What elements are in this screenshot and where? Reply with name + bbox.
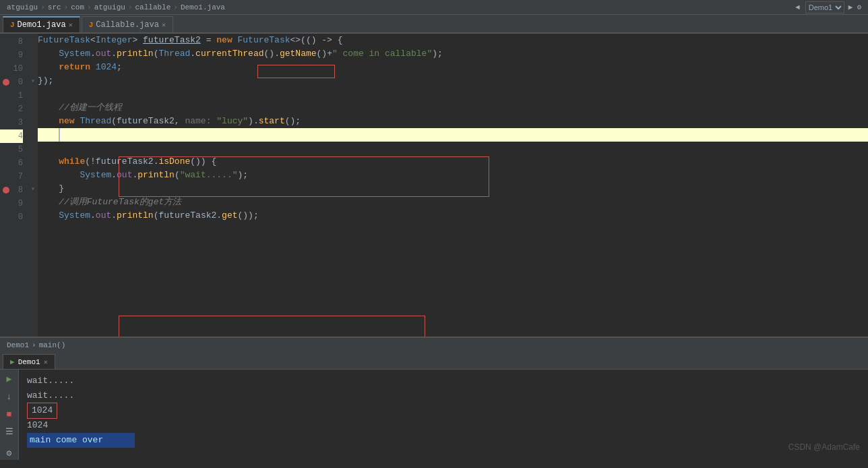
code-token: println — [117, 209, 154, 223]
close-tab-icon[interactable]: ✕ — [162, 21, 166, 29]
line-num: 9 — [0, 49, 23, 62]
code-token — [38, 101, 59, 115]
code-token: (futureTask2. — [154, 209, 222, 223]
code-token: new — [59, 115, 74, 128]
code-token: 1024 — [96, 61, 117, 74]
sep: › — [40, 3, 45, 11]
code-token: System — [59, 209, 90, 223]
stop-icon[interactable]: ■ — [3, 407, 16, 421]
code-token — [38, 115, 59, 128]
code-line: //创建一个线程 — [38, 101, 868, 115]
code-token: . — [132, 169, 137, 182]
console-output: wait..... wait..... 1024 1024 main come … — [19, 370, 868, 460]
toolbar-icon[interactable]: ▶ — [848, 3, 853, 11]
code-token: Integer — [96, 34, 133, 47]
code-token: out — [96, 47, 111, 61]
fold-handle — [28, 61, 38, 74]
code-token: . — [111, 47, 117, 61]
code-line: FutureTask<Integer> futureTask2 = new Fu… — [38, 34, 868, 47]
line-numbers: 8 9 10 0 1 2 3 4 5 6 7 8 9 0 — [0, 34, 28, 337]
branch-selector[interactable]: Demo1 — [805, 1, 844, 13]
code-token — [232, 34, 238, 47]
line-num-breakpoint: 8 — [0, 183, 23, 197]
code-line: } — [38, 182, 868, 196]
line-num: 2 — [0, 103, 23, 116]
fold-handle — [28, 142, 38, 155]
code-token: } — [38, 182, 64, 196]
code-token — [75, 115, 80, 128]
code-token: currentThread — [195, 47, 264, 61]
code-token: //调用FutureTask的get方法 — [59, 196, 181, 209]
code-token: FutureTask — [38, 34, 90, 47]
line-num: 6 — [0, 156, 23, 170]
code-token: ()) { — [190, 155, 216, 169]
fold-handle — [28, 88, 38, 101]
code-line: while(!futureTask2.isDone()) { — [38, 155, 868, 169]
code-token: out — [117, 169, 132, 182]
code-token: . — [111, 209, 117, 223]
tab-callable-java[interactable]: J Callable.java ✕ — [82, 16, 173, 32]
toolbar-icon2[interactable]: ⚙ — [857, 3, 861, 11]
fold-handle — [28, 196, 38, 209]
code-line: System.out.println(Thread.currentThread(… — [38, 47, 868, 61]
console-tab-run[interactable]: ▶ Demo1 ✕ — [3, 354, 55, 369]
output-boxed: 1024 — [27, 403, 57, 419]
code-token: (); — [285, 115, 301, 128]
breadcrumb-part: com — [71, 3, 84, 11]
line-num: 0 — [0, 210, 23, 224]
code-editor[interactable]: FutureTask<Integer> futureTask2 = new Fu… — [38, 34, 868, 337]
code-line: new Thread(futureTask2, name: "lucy").st… — [38, 115, 868, 128]
get-method-highlight-box — [119, 316, 425, 337]
code-token: Thread — [80, 115, 111, 128]
sep: › — [64, 3, 69, 11]
fold-handle — [28, 209, 38, 223]
fold-gutter: ▾ ▾ — [28, 34, 38, 337]
fold-handle — [28, 128, 38, 142]
nav-back-icon[interactable]: ◄ — [795, 3, 800, 11]
fold-handle[interactable]: ▾ — [28, 74, 38, 88]
bottom-breadcrumb-file: Demo1 — [7, 341, 29, 349]
fold-handle — [28, 47, 38, 61]
line-num: 5 — [0, 143, 23, 156]
code-token — [90, 61, 96, 74]
breadcrumb-part: atguigu — [7, 3, 38, 11]
code-line: //调用FutureTask的get方法 — [38, 196, 868, 209]
code-token: out — [96, 209, 111, 223]
code-token: ()); — [238, 209, 259, 223]
run-again-icon[interactable]: ▶ — [3, 372, 16, 386]
code-token: ); — [432, 47, 443, 61]
java-file-icon: J — [10, 21, 15, 29]
bottom-breadcrumb-sep: › — [32, 341, 36, 349]
code-token: println — [117, 47, 154, 61]
tab-demo1-java[interactable]: J Demo1.java ✕ — [3, 16, 80, 32]
code-token: futureTask2 — [143, 34, 201, 47]
code-token: start — [259, 115, 285, 128]
sep: › — [173, 3, 178, 11]
code-token: System — [59, 47, 90, 61]
close-console-tab-icon[interactable]: ✕ — [44, 358, 48, 366]
code-token — [38, 155, 59, 169]
line-num: 9 — [0, 197, 23, 210]
code-line: System.out.println("wait....."); — [38, 169, 868, 182]
breadcrumb-bar: atguigu › src › com › atguigu › callable… — [0, 0, 868, 15]
scroll-down-icon[interactable]: ↓ — [3, 390, 16, 403]
bottom-breadcrumb: Demo1 › main() — [0, 337, 868, 352]
code-token — [38, 209, 59, 223]
code-token: > — [132, 34, 143, 47]
fold-handle[interactable]: ▾ — [28, 182, 38, 196]
output-text: wait..... — [27, 388, 74, 403]
code-token: (!futureTask2. — [85, 155, 158, 169]
code-token: while — [59, 155, 85, 169]
run-icon: ▶ — [10, 357, 15, 366]
list-icon[interactable]: ☰ — [3, 425, 16, 438]
code-token: //创建一个线程 — [59, 101, 122, 115]
breadcrumb-part: atguigu — [94, 3, 125, 11]
code-line-cursor — [38, 128, 868, 142]
code-line: return 1024; — [38, 61, 868, 74]
settings-icon[interactable]: ⚙ — [3, 446, 16, 460]
code-token: (). — [264, 47, 280, 61]
code-line: System.out.println(futureTask2.get()); — [38, 209, 868, 223]
close-tab-icon[interactable]: ✕ — [69, 21, 73, 29]
code-token: "wait....." — [180, 169, 238, 182]
code-line — [38, 88, 868, 101]
